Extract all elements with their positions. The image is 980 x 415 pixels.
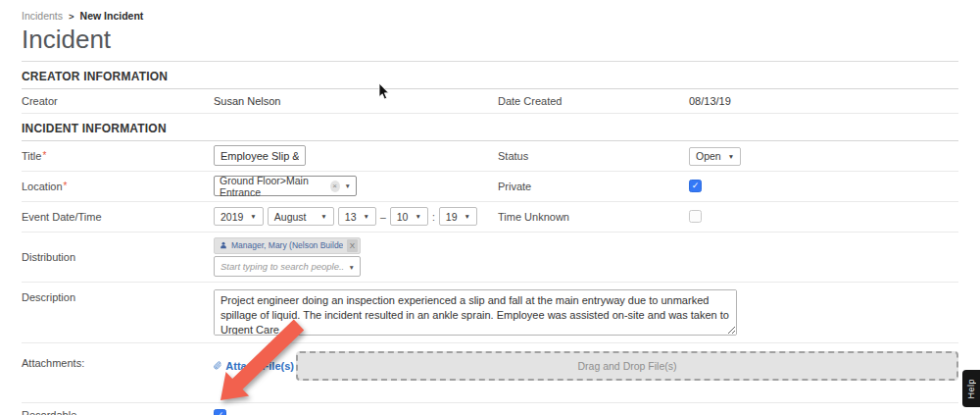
breadcrumb: Incidents > New Incident [22, 0, 958, 22]
drag-drop-zone[interactable]: Drag and Drop File(s) [296, 351, 958, 381]
time-colon: : [432, 211, 435, 223]
remove-member-icon[interactable]: X [347, 239, 358, 252]
drag-drop-text: Drag and Drop File(s) [578, 360, 677, 372]
time-unknown-checkbox[interactable] [689, 210, 702, 223]
description-textarea[interactable]: Project engineer doing an inspection exp… [214, 289, 737, 336]
date-created-value: 08/13/19 [689, 95, 958, 107]
location-select[interactable]: Ground Floor>Main Entrance × ▼ [214, 176, 357, 196]
chevron-down-icon: ▼ [728, 153, 734, 160]
title-status-row: Title* Status Open ▼ [22, 141, 958, 172]
date-time-dash: – [380, 211, 386, 223]
private-label: Private [498, 181, 689, 192]
page-title: Incident [22, 26, 958, 62]
distribution-member-name: Manager, Mary (Nelson Builders Inc.) [231, 240, 343, 250]
attachments-label: Attachments: [22, 349, 214, 369]
event-datetime-row: Event Date/Time 2019 ▼ August ▼ 13 ▼ – 1… [22, 202, 958, 233]
event-datetime-label: Event Date/Time [22, 211, 214, 223]
location-clear-icon[interactable]: × [330, 181, 340, 192]
recordable-label: Recordable [22, 409, 214, 415]
event-day-select[interactable]: 13 ▼ [338, 207, 376, 226]
distribution-search-input[interactable] [214, 256, 361, 277]
breadcrumb-incidents-link[interactable]: Incidents [22, 10, 63, 22]
status-selected-value: Open [696, 150, 721, 162]
chevron-down-icon: ▼ [345, 182, 351, 189]
event-hour-select[interactable]: 10 ▼ [390, 207, 428, 226]
private-checkbox[interactable]: ✓ [689, 180, 702, 192]
description-row: Description Project engineer doing an in… [22, 283, 958, 343]
required-marker: * [64, 181, 68, 191]
person-icon [220, 241, 227, 249]
recordable-row: Recordable ✓ [22, 403, 958, 415]
location-selected-value: Ground Floor>Main Entrance [220, 175, 330, 198]
check-icon: ✓ [217, 411, 224, 415]
status-label: Status [498, 150, 689, 162]
chevron-down-icon: ▼ [320, 213, 326, 220]
chevron-down-icon: ▼ [349, 264, 355, 271]
distribution-label: Distribution [22, 251, 214, 263]
event-month-select[interactable]: August ▼ [268, 207, 334, 226]
event-year-select[interactable]: 2019 ▼ [214, 207, 264, 226]
required-marker: * [42, 150, 46, 161]
help-tab-label: Help [966, 379, 976, 399]
title-label: Title* [22, 150, 214, 162]
breadcrumb-current: New Incident [80, 10, 144, 22]
creator-value: Susan Nelson [214, 95, 498, 107]
paperclip-icon [214, 360, 221, 371]
location-private-row: Location* Ground Floor>Main Entrance × ▼… [22, 172, 958, 202]
incident-form-page: Incidents > New Incident Incident CREATO… [0, 0, 980, 415]
chevron-down-icon: ▼ [465, 213, 470, 220]
title-input[interactable] [214, 145, 306, 166]
recordable-checkbox[interactable]: ✓ [214, 409, 226, 415]
date-created-label: Date Created [498, 95, 689, 107]
chevron-down-icon: ▼ [415, 213, 420, 220]
help-tab[interactable]: Help [962, 370, 980, 407]
distribution-row: Distribution Manager, Mary (Nelson Build… [22, 233, 958, 283]
description-label: Description [22, 289, 214, 303]
breadcrumb-chevron-icon: > [69, 11, 74, 22]
chevron-down-icon: ▼ [363, 213, 368, 220]
distribution-member-tag: Manager, Mary (Nelson Builders Inc.) X [214, 237, 361, 254]
creator-information-heading: CREATOR INFORMATION [22, 62, 958, 89]
creator-row: Creator Susan Nelson Date Created 08/13/… [22, 89, 958, 114]
time-unknown-label: Time Unknown [498, 211, 689, 223]
event-minute-select[interactable]: 19 ▼ [439, 207, 477, 226]
creator-label: Creator [22, 95, 214, 107]
check-icon: ✓ [692, 182, 700, 190]
attachments-row: Attachments: Attach File(s) Drag and Dro… [22, 343, 958, 403]
attach-files-link[interactable]: Attach File(s) [214, 360, 294, 372]
chevron-down-icon: ▼ [250, 213, 256, 220]
status-select[interactable]: Open ▼ [689, 147, 741, 166]
incident-information-heading: INCIDENT INFORMATION [22, 114, 958, 141]
location-label: Location* [22, 181, 214, 192]
